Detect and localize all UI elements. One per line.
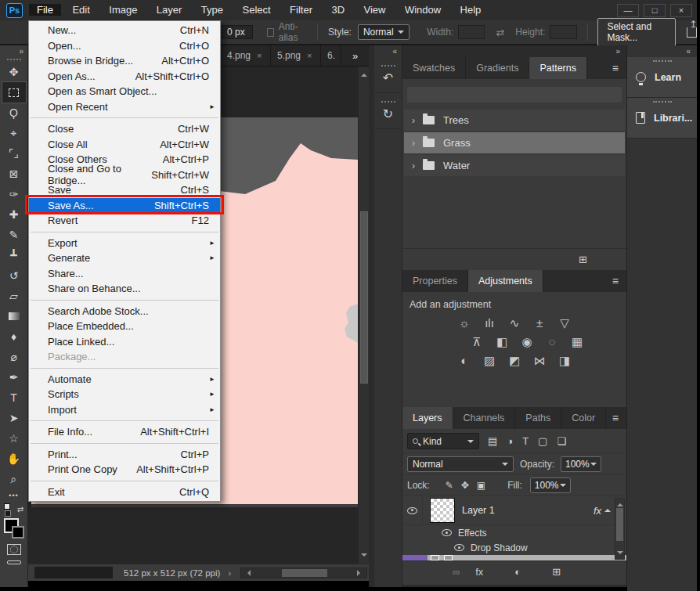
visibility-cell[interactable] bbox=[402, 496, 423, 524]
layer-thumbnail[interactable] bbox=[430, 498, 455, 523]
curves-icon[interactable]: ∿ bbox=[508, 316, 521, 330]
gradient-tool[interactable] bbox=[2, 306, 26, 326]
panel-tab[interactable]: Swatches bbox=[402, 57, 466, 79]
expand-dock-icon[interactable]: » bbox=[402, 45, 626, 57]
path-selection-tool[interactable]: ➤ bbox=[2, 408, 26, 428]
tab-close-icon[interactable]: × bbox=[257, 51, 262, 60]
file-menu-item[interactable]: Print One Copy Alt+Shift+Ctrl+P bbox=[29, 462, 220, 477]
file-menu-item[interactable]: Close Ctrl+W bbox=[29, 121, 220, 137]
maximize-button[interactable]: □ bbox=[644, 4, 666, 17]
layer-style-button[interactable]: fx bbox=[475, 566, 483, 578]
file-menu-item[interactable]: Place Embedded... bbox=[29, 319, 220, 334]
file-menu-item[interactable]: Save Ctrl+S bbox=[29, 182, 220, 198]
history-icon[interactable]: ↶ bbox=[374, 57, 402, 93]
color-swatches[interactable] bbox=[4, 518, 24, 539]
file-menu-item[interactable]: Share... bbox=[29, 266, 220, 282]
menubar-item[interactable]: Filter bbox=[282, 4, 320, 16]
style-dropdown[interactable]: Normal bbox=[358, 24, 410, 40]
minimize-button[interactable]: — bbox=[617, 4, 639, 17]
scroll-down-icon[interactable] bbox=[361, 553, 367, 560]
file-menu-item[interactable]: Revert F12 bbox=[29, 213, 220, 229]
menubar-item[interactable]: Type bbox=[193, 4, 231, 16]
mini-color-swatches[interactable]: ⇄ bbox=[4, 503, 23, 514]
clone-stamp-tool[interactable]: ┻ bbox=[2, 245, 26, 265]
lasso-tool[interactable]: Ϙ bbox=[2, 103, 26, 123]
file-menu-item[interactable]: Open Recent ► bbox=[29, 99, 220, 115]
panel-tab[interactable]: Adjustments bbox=[468, 270, 543, 292]
file-menu-item[interactable]: Open as Smart Object... bbox=[29, 84, 220, 99]
menubar-item[interactable]: View bbox=[356, 4, 394, 16]
width-field[interactable] bbox=[458, 25, 485, 39]
file-menu-item[interactable]: Open... Ctrl+O bbox=[29, 38, 220, 54]
invert-icon[interactable]: ◐ bbox=[458, 354, 471, 368]
anti-alias-checkbox[interactable] bbox=[267, 28, 274, 37]
vertical-scrollbar[interactable] bbox=[358, 67, 369, 564]
edit-toolbar-icon[interactable]: ••• bbox=[9, 492, 18, 499]
opacity-value-dropdown[interactable]: 100% bbox=[561, 456, 601, 472]
select-and-mask-button[interactable]: Select and Mask... bbox=[597, 18, 676, 46]
selective-color-icon[interactable]: ◨ bbox=[558, 354, 572, 368]
blur-tool[interactable]: ♦ bbox=[2, 326, 26, 347]
scroll-up-icon[interactable] bbox=[361, 70, 367, 77]
color-balance-icon[interactable]: ⊼ bbox=[471, 335, 484, 349]
levels-icon[interactable]: ılı bbox=[483, 316, 496, 330]
scrollbar-thumb[interactable] bbox=[616, 508, 623, 541]
menubar-item[interactable]: Layer bbox=[149, 4, 190, 16]
pixel-layer-filter-icon[interactable]: ▤ bbox=[488, 435, 497, 447]
menubar-item[interactable]: Edit bbox=[64, 4, 97, 16]
panel-menu-icon[interactable]: ≡ bbox=[612, 62, 626, 74]
brightness-contrast-icon[interactable]: ☼ bbox=[458, 316, 471, 330]
custom-shape-tool[interactable]: ☆ bbox=[2, 428, 26, 449]
link-layers-button[interactable]: ∞ bbox=[453, 566, 460, 578]
panel-tab[interactable]: Paths bbox=[515, 407, 561, 429]
file-menu-item[interactable]: Export ► bbox=[29, 236, 220, 251]
horizontal-scrollbar[interactable] bbox=[240, 568, 367, 578]
scrollbar-thumb[interactable] bbox=[360, 211, 368, 384]
adjustment-layer-button[interactable]: ◐ bbox=[514, 566, 521, 578]
file-menu-item[interactable]: Scripts ► bbox=[29, 387, 220, 402]
scroll-down-icon[interactable] bbox=[617, 551, 623, 557]
panel-tab[interactable]: Layers bbox=[402, 407, 453, 429]
type-tool[interactable]: T bbox=[2, 387, 26, 408]
collapse-effects-icon[interactable] bbox=[604, 506, 611, 512]
file-menu-item[interactable]: Save As... Shift+Ctrl+S bbox=[29, 198, 220, 214]
quick-selection-tool[interactable]: ⌖ bbox=[2, 123, 26, 143]
toolbar-expand-icon[interactable]: » bbox=[0, 45, 27, 56]
lock-image-pixels-icon[interactable]: ✎ bbox=[446, 480, 453, 491]
disclosure-chevron-icon[interactable]: › bbox=[412, 138, 415, 149]
tab-overflow-icon[interactable]: » bbox=[352, 50, 357, 62]
eye-icon[interactable] bbox=[442, 529, 452, 536]
panel-menu-icon[interactable]: ≡ bbox=[612, 275, 626, 287]
file-menu-item[interactable]: Browse in Bridge... Alt+Ctrl+O bbox=[29, 53, 220, 69]
file-menu-item[interactable]: Generate ► bbox=[29, 250, 220, 266]
crop-tool[interactable]: ⌜⌟ bbox=[2, 143, 26, 164]
channel-mixer-icon[interactable]: ◌ bbox=[546, 335, 559, 349]
pattern-group-row[interactable]: › Trees bbox=[404, 110, 625, 131]
dodge-tool[interactable]: ⌀ bbox=[2, 347, 26, 367]
menubar-item[interactable]: Help bbox=[453, 4, 489, 16]
status-flyout-icon[interactable]: › bbox=[228, 568, 231, 578]
rectangular-marquee-tool[interactable] bbox=[2, 82, 26, 103]
layer-comps-icon[interactable]: ↻ bbox=[374, 93, 402, 129]
menubar-item[interactable]: Select bbox=[234, 4, 278, 16]
share-icon[interactable] bbox=[687, 27, 697, 38]
panel-tab[interactable]: Channels bbox=[453, 407, 516, 429]
scroll-left-icon[interactable] bbox=[244, 570, 251, 576]
file-menu-item[interactable]: Exit Ctrl+Q bbox=[29, 485, 220, 500]
file-menu-item[interactable]: Package... bbox=[29, 349, 220, 365]
document-tab[interactable]: 5.png × bbox=[271, 45, 321, 67]
file-menu-item[interactable]: Search Adobe Stock... bbox=[29, 304, 220, 319]
learn-panel-button[interactable]: Learn bbox=[627, 57, 697, 98]
file-menu-item[interactable]: Print... Ctrl+P bbox=[29, 447, 220, 463]
panel-tab[interactable]: Properties bbox=[402, 270, 468, 292]
effects-row[interactable]: Effects bbox=[402, 525, 626, 540]
eye-icon[interactable] bbox=[407, 507, 417, 514]
photo-filter-icon[interactable]: ◉ bbox=[521, 335, 534, 349]
file-menu-item[interactable]: New... Ctrl+N bbox=[29, 23, 220, 38]
scroll-right-icon[interactable] bbox=[357, 570, 363, 576]
libraries-panel-button[interactable]: Librari... bbox=[627, 98, 697, 139]
quick-mask-button[interactable] bbox=[7, 544, 21, 555]
file-menu-item[interactable]: File Info... Alt+Shift+Ctrl+I bbox=[29, 424, 220, 440]
pen-tool[interactable]: ✒ bbox=[2, 367, 26, 387]
eraser-tool[interactable]: ▱ bbox=[2, 286, 26, 306]
